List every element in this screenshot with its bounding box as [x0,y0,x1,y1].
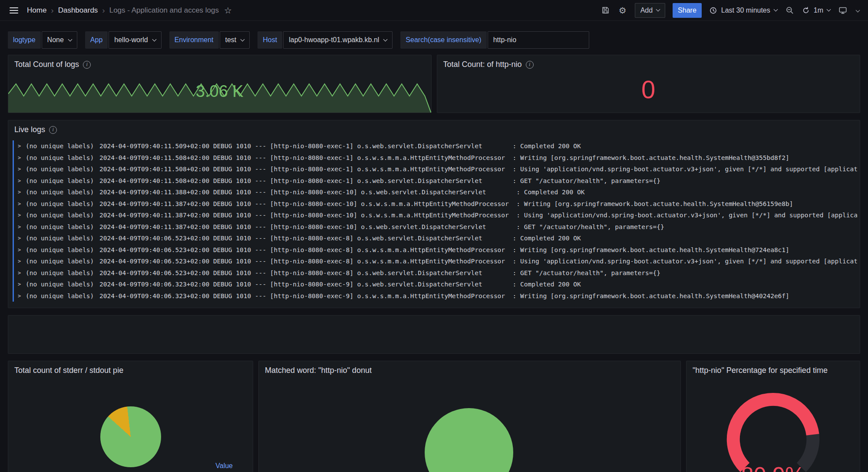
log-row[interactable]: >(no unique labels)2024-04-09T09:40:06.5… [13,267,857,279]
panel-header: Matched word: "http-nio" donut [259,361,680,378]
log-labels: (no unique labels) [26,293,99,299]
add-button[interactable]: Add [635,3,665,18]
expand-chevron-icon: > [18,201,22,207]
log-row[interactable]: >(no unique labels)2024-04-09T09:40:06.5… [13,256,857,267]
refresh-picker[interactable]: 1m [802,7,830,14]
panel-header: Total Count: of http-nio i [437,55,860,72]
info-icon[interactable]: i [526,61,534,69]
chevron-down-icon [856,8,860,13]
log-row[interactable]: >(no unique labels)2024-04-09T09:40:06.5… [13,233,857,244]
log-row[interactable]: >(no unique labels)2024-04-09T09:40:11.3… [13,209,857,221]
nav-left: Home › Dashboards › Logs - Application a… [8,5,233,16]
info-icon[interactable]: i [83,61,91,69]
log-level-bar [13,256,14,267]
log-row[interactable]: >(no unique labels)2024-04-09T09:40:11.5… [13,140,857,152]
zoom-out-button[interactable] [785,5,795,15]
log-row[interactable]: >(no unique labels)2024-04-09T09:40:11.5… [13,152,857,164]
chevron-down-icon [656,7,660,12]
save-dashboard-icon[interactable] [601,5,611,15]
breadcrumb-home[interactable]: Home [27,6,46,15]
log-line: 2024-04-09T09:40:11.388+02:00 DEBUG 1010… [99,189,857,196]
panel-title: Total count of stderr / stdout pie [14,366,123,375]
log-level-bar [13,152,14,164]
log-line: 2024-04-09T09:40:06.523+02:00 DEBUG 1010… [99,246,857,253]
filter-logtype: logtype None [8,31,77,49]
time-range-label: Last 30 minutes [721,7,770,14]
expand-chevron-icon: > [18,235,22,241]
menu-bar [10,10,18,11]
log-line: 2024-04-09T09:40:11.509+02:00 DEBUG 1010… [99,143,857,150]
clock-icon [709,6,717,14]
expand-chevron-icon: > [18,212,22,218]
log-line: 2024-04-09T09:40:06.523+02:00 DEBUG 1010… [99,269,857,276]
log-labels: (no unique labels) [26,246,99,253]
filter-host: Host lap0-hwoapp-t01.wpakb.kb.nl [257,31,393,49]
log-labels: (no unique labels) [26,166,99,173]
filter-select-host[interactable]: lap0-hwoapp-t01.wpakb.kb.nl [283,31,393,49]
info-icon[interactable]: i [49,126,57,134]
bottom-row: Total count of stderr / stdout pie Value… [8,361,860,472]
expand-chevron-icon: > [18,166,22,172]
menu-icon[interactable] [8,6,20,15]
log-labels: (no unique labels) [26,223,99,230]
pie-legend-value[interactable]: Value [215,462,233,470]
stats-row: Total Count of logs i 3.06 K Total Count… [8,55,860,113]
expand-chevron-icon: > [18,270,22,276]
filter-select-app[interactable]: hello-world [109,31,161,49]
log-line: 2024-04-09T09:40:11.387+02:00 DEBUG 1010… [99,212,857,219]
share-button[interactable]: Share [673,3,702,18]
panel-title: Total Count: of http-nio [443,60,522,69]
tv-kiosk-button[interactable] [838,5,848,15]
breadcrumb-dashboards[interactable]: Dashboards [58,6,98,15]
log-line: 2024-04-09T09:40:06.523+02:00 DEBUG 1010… [99,258,857,265]
log-labels: (no unique labels) [26,177,99,184]
expand-chevron-icon: > [18,281,22,287]
donut-chart [425,408,513,472]
log-row[interactable]: >(no unique labels)2024-04-09T09:40:11.3… [13,221,857,233]
panel-header: "http-nio" Percentage for specified time [686,361,860,378]
filter-value: hello-world [114,36,148,44]
log-line: 2024-04-09T09:40:11.508+02:00 DEBUG 1010… [99,154,857,161]
filter-app: App hello-world [85,31,162,49]
settings-gear-icon[interactable]: ⚙ [618,5,627,16]
log-row[interactable]: >(no unique labels)2024-04-09T09:40:06.5… [13,244,857,256]
search-input[interactable] [488,31,589,49]
log-labels: (no unique labels) [26,258,99,265]
log-labels: (no unique labels) [26,235,99,242]
panel-title: "http-nio" Percentage for specified time [693,366,828,375]
log-labels: (no unique labels) [26,212,99,219]
chevron-down-icon [68,37,72,41]
log-labels: (no unique labels) [26,189,99,196]
log-line: 2024-04-09T09:40:11.387+02:00 DEBUG 1010… [99,200,857,207]
chevron-down-icon [827,7,831,12]
filter-select-logtype[interactable]: None [42,31,77,49]
log-row[interactable]: >(no unique labels)2024-04-09T09:40:06.3… [13,279,857,290]
star-icon[interactable]: ☆ [223,5,233,16]
expand-chevron-icon: > [18,224,22,230]
log-row[interactable]: >(no unique labels)2024-04-09T09:40:11.3… [13,198,857,210]
log-line: 2024-04-09T09:40:06.523+02:00 DEBUG 1010… [99,235,857,242]
time-range-picker[interactable]: Last 30 minutes [709,6,777,14]
collapse-topbar-button[interactable] [855,8,860,13]
expand-chevron-icon: > [18,189,22,195]
log-labels: (no unique labels) [26,154,99,161]
gauge-value: 80.9% [686,464,860,472]
panel-http-nio-donut: Matched word: "http-nio" donut [258,361,681,472]
filter-select-environment[interactable]: test [220,31,250,49]
breadcrumb-current-dashboard: Logs - Application and acces logs [109,6,219,15]
log-row[interactable]: >(no unique labels)2024-04-09T09:40:11.3… [13,186,857,198]
log-line: 2024-04-09T09:40:06.323+02:00 DEBUG 1010… [99,281,857,288]
log-level-bar [13,233,14,244]
log-level-bar [13,186,14,198]
panel-live-logs: Live logs i >(no unique labels)2024-04-0… [8,120,860,308]
chevron-down-icon [152,37,156,41]
log-line: 2024-04-09T09:40:11.508+02:00 DEBUG 1010… [99,177,857,184]
filter-label-search: Search(case insensitive) [400,31,486,49]
chevron-separator-icon: › [102,6,105,14]
log-row[interactable]: >(no unique labels)2024-04-09T09:40:11.5… [13,163,857,175]
log-labels: (no unique labels) [26,143,99,150]
log-row[interactable]: >(no unique labels)2024-04-09T09:40:06.3… [13,290,857,302]
panel-title: Matched word: "http-nio" donut [265,366,372,375]
log-row[interactable]: >(no unique labels)2024-04-09T09:40:11.5… [13,175,857,187]
gauge-chart [686,361,860,472]
